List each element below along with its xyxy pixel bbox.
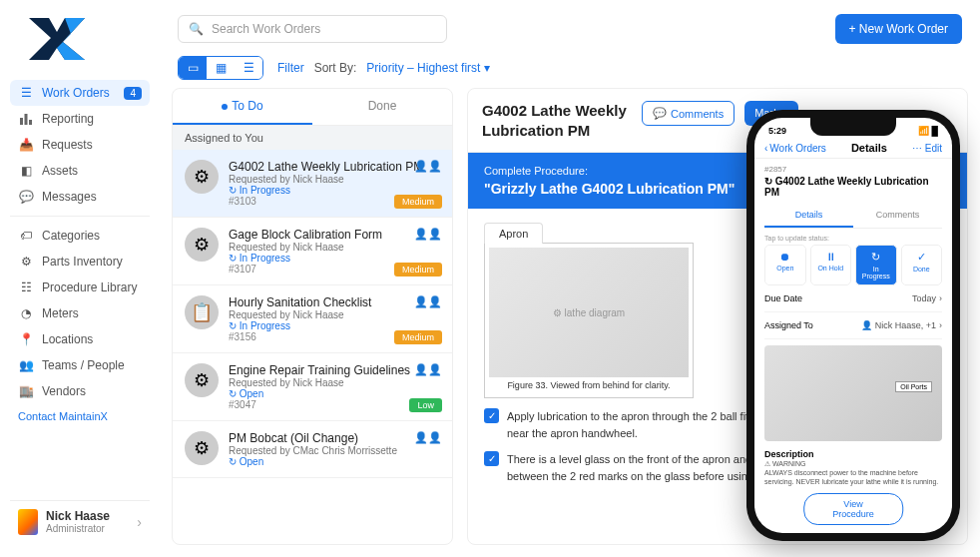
tag-icon: 🏷 bbox=[18, 228, 34, 244]
work-order-card[interactable]: ⚙ G4002 Lathe Weekly Lubrication PM Requ… bbox=[173, 150, 452, 218]
sidebar-item-procedures[interactable]: ☷ Procedure Library bbox=[10, 275, 150, 300]
sidebar-item-label: Work Orders bbox=[42, 86, 116, 100]
chat-icon: 💬 bbox=[18, 189, 34, 205]
contact-link[interactable]: Contact MaintainX bbox=[10, 404, 150, 428]
sidebar-item-label: Locations bbox=[42, 332, 142, 346]
search-input[interactable]: 🔍 Search Work Orders bbox=[178, 15, 447, 43]
sidebar-item-work-orders[interactable]: ☰ Work Orders 4 bbox=[10, 80, 150, 106]
gauge-icon: ◔ bbox=[18, 305, 34, 321]
phone-status-row: ⏺Open⏸On Hold↻In Progress✓Done bbox=[764, 245, 942, 285]
library-icon: ☷ bbox=[18, 279, 34, 295]
sidebar-item-vendors[interactable]: 🏬 Vendors bbox=[10, 378, 150, 404]
status-icon: ✓ bbox=[917, 251, 926, 264]
view-switcher: ▭ ▦ ☰ bbox=[178, 56, 263, 80]
phone-tab-details[interactable]: Details bbox=[764, 204, 853, 228]
work-order-priority-badge: Low bbox=[409, 398, 442, 412]
work-order-card[interactable]: ⚙ Gage Block Calibration Form Requested … bbox=[173, 218, 452, 285]
phone-wo-id: #2857 bbox=[764, 165, 942, 174]
view-calendar-button[interactable]: ▦ bbox=[207, 57, 235, 79]
comments-button[interactable]: 💬 Comments bbox=[642, 101, 735, 126]
new-work-order-button[interactable]: + New Work Order bbox=[835, 14, 962, 44]
sidebar-item-teams[interactable]: 👥 Teams / People bbox=[10, 352, 150, 378]
sidebar-item-reporting[interactable]: Reporting bbox=[10, 106, 150, 132]
sidebar-item-categories[interactable]: 🏷 Categories bbox=[10, 223, 150, 249]
phone-assigned-label: Assigned To bbox=[764, 320, 813, 330]
bar-chart-icon bbox=[18, 111, 34, 127]
checkbox-1[interactable]: ✓ bbox=[484, 408, 499, 423]
phone-edit-button[interactable]: ⋯ Edit bbox=[912, 143, 942, 154]
phone-status-on-hold[interactable]: ⏸On Hold bbox=[810, 245, 852, 285]
phone-tab-comments[interactable]: Comments bbox=[853, 204, 942, 228]
sidebar: ☰ Work Orders 4 Reporting 📥 Requests ◧ A… bbox=[0, 0, 160, 557]
phone-view-procedure-button[interactable]: View Procedure bbox=[803, 493, 903, 525]
work-order-thumbnail: ⚙ bbox=[185, 431, 219, 465]
phone-due-label: Due Date bbox=[764, 293, 802, 303]
svg-rect-1 bbox=[25, 114, 28, 125]
logo bbox=[26, 14, 88, 62]
tab-todo[interactable]: To Do bbox=[173, 89, 312, 125]
phone-work-order-image[interactable]: Oil Ports bbox=[764, 345, 942, 441]
sidebar-item-locations[interactable]: 📍 Locations bbox=[10, 326, 150, 352]
phone-assigned-value[interactable]: 👤 Nick Haase, +1 › bbox=[861, 320, 942, 330]
cube-icon: ◧ bbox=[18, 163, 34, 179]
phone-status-open[interactable]: ⏺Open bbox=[764, 245, 806, 285]
work-order-thumbnail: ⚙ bbox=[185, 363, 219, 397]
status-icon: ↻ bbox=[871, 251, 880, 264]
sidebar-item-label: Assets bbox=[42, 164, 142, 178]
list-section-header: Assigned to You bbox=[173, 126, 452, 150]
sidebar-item-messages[interactable]: 💬 Messages bbox=[10, 184, 150, 210]
sidebar-badge: 4 bbox=[124, 87, 142, 100]
sidebar-item-label: Messages bbox=[42, 190, 142, 204]
divider bbox=[10, 216, 150, 217]
work-orders-icon: ☰ bbox=[18, 85, 34, 101]
phone-due-value[interactable]: Today › bbox=[912, 293, 942, 303]
phone-nav-title: Details bbox=[851, 142, 887, 154]
search-icon: 🔍 bbox=[189, 22, 204, 36]
work-order-thumbnail: ⚙ bbox=[185, 160, 219, 194]
work-order-title: Engine Repair Training Guidelines bbox=[229, 363, 440, 377]
phone-status-in-progress[interactable]: ↻In Progress bbox=[855, 245, 897, 285]
tab-done[interactable]: Done bbox=[312, 89, 452, 125]
detail-title: G4002 Lathe Weekly Lubrication PM bbox=[482, 101, 632, 140]
user-name: Nick Haase bbox=[46, 510, 110, 523]
work-order-title: Gage Block Calibration Form bbox=[229, 228, 440, 242]
user-role: Administrator bbox=[46, 523, 110, 534]
phone-notch bbox=[810, 118, 896, 136]
store-icon: 🏬 bbox=[18, 383, 34, 399]
work-order-card[interactable]: ⚙ Engine Repair Training Guidelines Requ… bbox=[173, 353, 452, 421]
view-list-button[interactable]: ☰ bbox=[235, 57, 262, 79]
chevron-right-icon: › bbox=[137, 514, 142, 530]
work-order-title: PM Bobcat (Oil Change) bbox=[229, 431, 440, 445]
figure-box: ⚙ lathe diagram Figure 33. Viewed from b… bbox=[484, 243, 694, 398]
svg-rect-2 bbox=[29, 120, 32, 125]
work-order-title: G4002 Lathe Weekly Lubrication PM bbox=[229, 160, 440, 174]
checkbox-2[interactable]: ✓ bbox=[484, 451, 499, 466]
work-order-status: ↻ Open bbox=[229, 456, 440, 467]
work-order-title: Hourly Sanitation Checklist bbox=[229, 295, 440, 309]
phone-status-done[interactable]: ✓Done bbox=[901, 245, 943, 285]
procedure-step-tab[interactable]: Apron bbox=[484, 223, 543, 244]
sidebar-item-requests[interactable]: 📥 Requests bbox=[10, 132, 150, 158]
figure-image: ⚙ lathe diagram bbox=[489, 248, 689, 377]
user-account-row[interactable]: Nick Haase Administrator › bbox=[10, 500, 150, 543]
work-order-id: #3047 bbox=[229, 399, 440, 410]
sort-label: Sort By: bbox=[314, 61, 357, 75]
sort-dropdown[interactable]: Priority – Highest first ▾ bbox=[366, 61, 489, 75]
phone-status-hint: Tap to update status: bbox=[764, 235, 942, 242]
filter-button[interactable]: Filter bbox=[277, 61, 304, 75]
list-scroll[interactable]: ⚙ G4002 Lathe Weekly Lubrication PM Requ… bbox=[173, 150, 452, 544]
sidebar-item-label: Reporting bbox=[42, 112, 142, 126]
phone-image-callout: Oil Ports bbox=[895, 381, 932, 392]
status-icon: ⏺ bbox=[779, 251, 790, 263]
svg-rect-0 bbox=[20, 118, 23, 125]
work-order-card[interactable]: 📋 Hourly Sanitation Checklist Requested … bbox=[173, 285, 452, 353]
sidebar-item-meters[interactable]: ◔ Meters bbox=[10, 300, 150, 326]
sidebar-item-assets[interactable]: ◧ Assets bbox=[10, 158, 150, 184]
work-order-card[interactable]: ⚙ PM Bobcat (Oil Change) Requested by CM… bbox=[173, 421, 452, 478]
view-card-button[interactable]: ▭ bbox=[179, 57, 207, 79]
sidebar-item-label: Vendors bbox=[42, 384, 142, 398]
figure-caption: Figure 33. Viewed from behind for clarit… bbox=[489, 377, 689, 393]
sidebar-item-parts[interactable]: ⚙ Parts Inventory bbox=[10, 249, 150, 275]
phone-back-button[interactable]: ‹ Work Orders bbox=[764, 143, 826, 154]
work-order-assignee-icons: 👤👤 bbox=[414, 295, 442, 308]
